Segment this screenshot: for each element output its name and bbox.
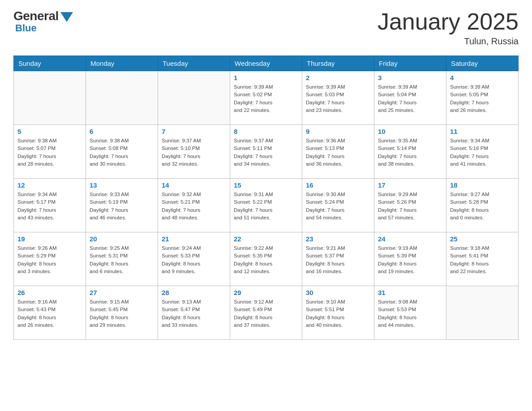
day-number: 1 bbox=[234, 74, 298, 81]
day-info: Sunrise: 9:24 AM Sunset: 5:33 PM Dayligh… bbox=[162, 244, 226, 275]
calendar-cell: 20Sunrise: 9:25 AM Sunset: 5:31 PM Dayli… bbox=[86, 232, 158, 286]
calendar-week-row: 1Sunrise: 9:39 AM Sunset: 5:02 PM Daylig… bbox=[14, 71, 519, 125]
day-info: Sunrise: 9:12 AM Sunset: 5:49 PM Dayligh… bbox=[234, 298, 298, 329]
calendar-cell: 27Sunrise: 9:15 AM Sunset: 5:45 PM Dayli… bbox=[86, 286, 158, 340]
day-info: Sunrise: 9:15 AM Sunset: 5:45 PM Dayligh… bbox=[90, 298, 154, 329]
day-info: Sunrise: 9:13 AM Sunset: 5:47 PM Dayligh… bbox=[162, 298, 226, 329]
day-info: Sunrise: 9:38 AM Sunset: 5:08 PM Dayligh… bbox=[90, 137, 154, 168]
calendar-cell: 19Sunrise: 9:26 AM Sunset: 5:29 PM Dayli… bbox=[14, 232, 86, 286]
day-info: Sunrise: 9:19 AM Sunset: 5:39 PM Dayligh… bbox=[378, 244, 442, 275]
day-number: 13 bbox=[90, 181, 154, 189]
weekday-header-thursday: Thursday bbox=[302, 56, 374, 71]
day-number: 2 bbox=[306, 74, 370, 81]
title-block: January 2025 Tulun, Russia bbox=[378, 9, 519, 47]
calendar-cell bbox=[86, 71, 158, 125]
calendar-cell bbox=[14, 71, 86, 125]
calendar-cell: 10Sunrise: 9:35 AM Sunset: 5:14 PM Dayli… bbox=[374, 125, 446, 179]
day-info: Sunrise: 9:37 AM Sunset: 5:11 PM Dayligh… bbox=[234, 137, 298, 168]
calendar-cell: 7Sunrise: 9:37 AM Sunset: 5:10 PM Daylig… bbox=[158, 125, 230, 179]
weekday-header-monday: Monday bbox=[86, 56, 158, 71]
calendar-cell: 13Sunrise: 9:33 AM Sunset: 5:19 PM Dayli… bbox=[86, 179, 158, 232]
calendar-week-row: 19Sunrise: 9:26 AM Sunset: 5:29 PM Dayli… bbox=[14, 232, 519, 286]
day-number: 9 bbox=[306, 128, 370, 135]
day-info: Sunrise: 9:33 AM Sunset: 5:19 PM Dayligh… bbox=[90, 191, 154, 222]
calendar-cell: 6Sunrise: 9:38 AM Sunset: 5:08 PM Daylig… bbox=[86, 125, 158, 179]
day-number: 7 bbox=[162, 128, 226, 135]
calendar-cell: 4Sunrise: 9:39 AM Sunset: 5:05 PM Daylig… bbox=[446, 71, 519, 125]
calendar-cell: 31Sunrise: 9:08 AM Sunset: 5:53 PM Dayli… bbox=[374, 286, 446, 340]
day-number: 17 bbox=[378, 181, 442, 189]
day-info: Sunrise: 9:34 AM Sunset: 5:17 PM Dayligh… bbox=[17, 191, 82, 222]
day-number: 30 bbox=[306, 289, 370, 296]
calendar-cell: 5Sunrise: 9:38 AM Sunset: 5:07 PM Daylig… bbox=[14, 125, 86, 179]
day-number: 28 bbox=[162, 289, 226, 296]
calendar-cell: 23Sunrise: 9:21 AM Sunset: 5:37 PM Dayli… bbox=[302, 232, 374, 286]
day-info: Sunrise: 9:22 AM Sunset: 5:35 PM Dayligh… bbox=[234, 244, 298, 275]
day-number: 24 bbox=[378, 235, 442, 243]
day-number: 18 bbox=[450, 181, 515, 189]
day-info: Sunrise: 9:26 AM Sunset: 5:29 PM Dayligh… bbox=[17, 244, 82, 275]
logo: General Blue bbox=[13, 9, 73, 34]
day-number: 12 bbox=[17, 181, 82, 189]
calendar-location: Tulun, Russia bbox=[378, 36, 519, 47]
day-info: Sunrise: 9:34 AM Sunset: 5:16 PM Dayligh… bbox=[450, 137, 515, 168]
calendar-cell: 21Sunrise: 9:24 AM Sunset: 5:33 PM Dayli… bbox=[158, 232, 230, 286]
day-info: Sunrise: 9:39 AM Sunset: 5:02 PM Dayligh… bbox=[234, 83, 298, 114]
day-number: 29 bbox=[234, 289, 298, 296]
day-info: Sunrise: 9:27 AM Sunset: 5:28 PM Dayligh… bbox=[450, 191, 515, 222]
day-info: Sunrise: 9:25 AM Sunset: 5:31 PM Dayligh… bbox=[90, 244, 154, 275]
day-number: 26 bbox=[17, 289, 82, 296]
day-info: Sunrise: 9:38 AM Sunset: 5:07 PM Dayligh… bbox=[17, 137, 82, 168]
day-info: Sunrise: 9:16 AM Sunset: 5:43 PM Dayligh… bbox=[17, 298, 82, 329]
calendar-cell: 28Sunrise: 9:13 AM Sunset: 5:47 PM Dayli… bbox=[158, 286, 230, 340]
day-number: 22 bbox=[234, 235, 298, 243]
day-number: 16 bbox=[306, 181, 370, 189]
day-info: Sunrise: 9:35 AM Sunset: 5:14 PM Dayligh… bbox=[378, 137, 442, 168]
day-number: 19 bbox=[17, 235, 82, 243]
calendar-cell: 3Sunrise: 9:39 AM Sunset: 5:04 PM Daylig… bbox=[374, 71, 446, 125]
day-info: Sunrise: 9:18 AM Sunset: 5:41 PM Dayligh… bbox=[450, 244, 515, 275]
day-number: 11 bbox=[450, 128, 515, 135]
calendar-cell: 14Sunrise: 9:32 AM Sunset: 5:21 PM Dayli… bbox=[158, 179, 230, 232]
weekday-header-row: SundayMondayTuesdayWednesdayThursdayFrid… bbox=[14, 56, 519, 71]
calendar-cell: 8Sunrise: 9:37 AM Sunset: 5:11 PM Daylig… bbox=[230, 125, 302, 179]
day-info: Sunrise: 9:36 AM Sunset: 5:13 PM Dayligh… bbox=[306, 137, 370, 168]
day-info: Sunrise: 9:10 AM Sunset: 5:51 PM Dayligh… bbox=[306, 298, 370, 329]
calendar-cell: 17Sunrise: 9:29 AM Sunset: 5:26 PM Dayli… bbox=[374, 179, 446, 232]
calendar-cell bbox=[158, 71, 230, 125]
page-header: General Blue January 2025 Tulun, Russia bbox=[13, 9, 519, 47]
calendar-cell: 15Sunrise: 9:31 AM Sunset: 5:22 PM Dayli… bbox=[230, 179, 302, 232]
weekday-header-saturday: Saturday bbox=[446, 56, 519, 71]
day-info: Sunrise: 9:39 AM Sunset: 5:03 PM Dayligh… bbox=[306, 83, 370, 114]
day-info: Sunrise: 9:21 AM Sunset: 5:37 PM Dayligh… bbox=[306, 244, 370, 275]
calendar-cell bbox=[446, 286, 519, 340]
day-number: 27 bbox=[90, 289, 154, 296]
day-info: Sunrise: 9:31 AM Sunset: 5:22 PM Dayligh… bbox=[234, 191, 298, 222]
day-number: 20 bbox=[90, 235, 154, 243]
logo-blue-text: Blue bbox=[15, 22, 37, 34]
day-number: 23 bbox=[306, 235, 370, 243]
weekday-header-sunday: Sunday bbox=[14, 56, 86, 71]
day-number: 15 bbox=[234, 181, 298, 189]
calendar-cell: 9Sunrise: 9:36 AM Sunset: 5:13 PM Daylig… bbox=[302, 125, 374, 179]
day-number: 25 bbox=[450, 235, 515, 243]
day-number: 4 bbox=[450, 74, 515, 81]
calendar-cell: 26Sunrise: 9:16 AM Sunset: 5:43 PM Dayli… bbox=[14, 286, 86, 340]
day-number: 3 bbox=[378, 74, 442, 81]
day-info: Sunrise: 9:37 AM Sunset: 5:10 PM Dayligh… bbox=[162, 137, 226, 168]
calendar-cell: 12Sunrise: 9:34 AM Sunset: 5:17 PM Dayli… bbox=[14, 179, 86, 232]
calendar-week-row: 12Sunrise: 9:34 AM Sunset: 5:17 PM Dayli… bbox=[14, 179, 519, 232]
calendar-cell: 24Sunrise: 9:19 AM Sunset: 5:39 PM Dayli… bbox=[374, 232, 446, 286]
day-number: 6 bbox=[90, 128, 154, 135]
calendar-cell: 18Sunrise: 9:27 AM Sunset: 5:28 PM Dayli… bbox=[446, 179, 519, 232]
weekday-header-wednesday: Wednesday bbox=[230, 56, 302, 71]
calendar-cell: 16Sunrise: 9:30 AM Sunset: 5:24 PM Dayli… bbox=[302, 179, 374, 232]
calendar-title: January 2025 bbox=[378, 9, 519, 34]
day-info: Sunrise: 9:29 AM Sunset: 5:26 PM Dayligh… bbox=[378, 191, 442, 222]
day-number: 10 bbox=[378, 128, 442, 135]
calendar-cell: 2Sunrise: 9:39 AM Sunset: 5:03 PM Daylig… bbox=[302, 71, 374, 125]
logo-general-text: General bbox=[13, 9, 59, 23]
weekday-header-tuesday: Tuesday bbox=[158, 56, 230, 71]
calendar-cell: 29Sunrise: 9:12 AM Sunset: 5:49 PM Dayli… bbox=[230, 286, 302, 340]
calendar-cell: 11Sunrise: 9:34 AM Sunset: 5:16 PM Dayli… bbox=[446, 125, 519, 179]
